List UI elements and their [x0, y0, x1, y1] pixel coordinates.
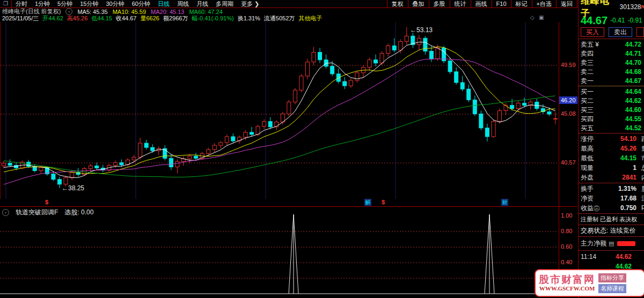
watermark-brand: 股市财富网 WWW.GSCFW.COM: [539, 274, 595, 292]
ind-axis-060: 0.60: [561, 243, 578, 250]
tab-monthly[interactable]: 月线: [193, 0, 212, 8]
unlock-marker-icon[interactable]: 解: [364, 199, 371, 206]
axis-label-4508: 45.08: [561, 110, 578, 117]
diamond-icon[interactable]: ◇: [530, 14, 535, 20]
ask-row-3[interactable]: 卖三44.70: [581, 58, 644, 67]
kline-chart[interactable]: ←53.13←38.25: [0, 22, 559, 199]
stat-eps: 收益㊂0.750P: [581, 204, 644, 212]
btn-f10[interactable]: F10: [492, 0, 511, 8]
order-buttons: 买入 卖出: [581, 27, 644, 37]
kline-svg: ←53.13←38.25: [1, 22, 559, 199]
eps-value: 0.750: [620, 204, 644, 212]
indicator-name[interactable]: 轨道突破回调F: [16, 208, 58, 217]
float-value: 流通5052万: [264, 14, 295, 23]
btn-fuquan[interactable]: 复权: [387, 0, 408, 8]
ask-row-4[interactable]: 卖四44.71: [581, 49, 644, 58]
partial-button[interactable]: [636, 27, 644, 37]
ohlc-info-line: 2025/11/05/三 开44.62 高45.26 低44.15 收44.67…: [0, 15, 560, 22]
event-marker-row: $ 解 $ 财: [0, 199, 559, 206]
btn-stats[interactable]: 统计: [450, 0, 471, 8]
clipped-col: 总: [641, 163, 644, 173]
doc-icon[interactable]: ▤: [609, 240, 614, 247]
ask3-price: 44.70: [625, 59, 644, 66]
buy-button[interactable]: 买入: [581, 27, 604, 37]
tab-60min[interactable]: 60分钟: [128, 0, 154, 8]
tab-more[interactable]: 更多 ❯: [237, 0, 263, 8]
ma20-value: MA20: 45.13: [151, 9, 184, 15]
btn-draw-line[interactable]: 画线: [471, 0, 492, 8]
cur-vol-label: 现量: [581, 163, 594, 173]
axis-label-4057: 40.57: [561, 159, 578, 166]
industry-label[interactable]: 其他电子: [298, 14, 322, 23]
margin-marker-icon[interactable]: $: [45, 199, 48, 205]
clipped-col: 市: [641, 154, 644, 163]
price-row: 44.67 -0.41 -0.91: [581, 14, 644, 26]
quote-panel: 维峰电子 301328 R 44.67 -0.41 -0.91 买入 卖出 卖五…: [578, 0, 644, 298]
high-label: 最高: [581, 144, 594, 153]
clipped-col: 流: [641, 194, 644, 203]
indicator-pane[interactable]: [0, 207, 559, 296]
tab-multi-period[interactable]: 多周期: [212, 0, 237, 8]
tab-1min[interactable]: 1分钟: [31, 0, 54, 8]
bid-row-4[interactable]: 买四44.55: [581, 115, 644, 123]
report-marker-icon[interactable]: 财: [501, 199, 508, 206]
bid-row-1[interactable]: 买一44.64: [581, 87, 644, 96]
tab-weekly[interactable]: 周线: [173, 0, 193, 8]
ask5-label: 卖五 ¥: [581, 40, 599, 49]
btn-multi-stock[interactable]: 多股: [429, 0, 450, 8]
layout-icon[interactable]: ▣: [539, 14, 544, 20]
bid4-price: 44.55: [625, 115, 644, 123]
ask4-price: 44.71: [625, 50, 644, 57]
badge-indicator-share: 指标分享: [598, 273, 626, 282]
chevron-circle-icon[interactable]: ⌄: [2, 209, 9, 216]
stat-turnover: 换手1.31%股: [581, 184, 644, 193]
date-value: 2025/11/05/三: [2, 14, 39, 23]
tool-menu: 复权 叠加 多股 统计 画线 F10 标记 +自选 返回: [387, 0, 577, 8]
btn-overlay[interactable]: 叠加: [408, 0, 429, 8]
low-value: 低44.15: [91, 14, 112, 23]
low-label: 最低: [581, 154, 594, 163]
clipped-col: 内: [641, 173, 644, 182]
tab-15min[interactable]: 15分钟: [76, 0, 102, 8]
btn-return[interactable]: 返回: [556, 0, 577, 8]
price-change: -0.41: [610, 17, 625, 24]
tab-fenshi[interactable]: 分时: [12, 0, 31, 8]
tab-5min[interactable]: 5分钟: [54, 0, 76, 8]
indicator-svg: [0, 207, 559, 296]
watermark-url: WWW.GSCFW.COM: [539, 285, 595, 292]
axis-label-4959: 49.59: [561, 62, 578, 68]
eps-label: 收益㊂: [581, 204, 600, 213]
ind-axis-100: 1.00: [561, 212, 578, 219]
ask-row-1[interactable]: 卖一44.67: [581, 77, 644, 85]
ma60-value: MA60: 47.24: [189, 9, 222, 15]
range-value: 幅-0.41(-0.91%): [192, 14, 233, 23]
bid-row-5[interactable]: 买五44.52: [581, 124, 644, 132]
high-value: 45.26: [620, 145, 644, 152]
badge-teacher-course: 名师课程: [598, 284, 626, 293]
limit-up-value: 54.10: [620, 135, 644, 143]
svg-text:←53.13: ←53.13: [410, 26, 433, 34]
window-icon[interactable]: ❐: [0, 0, 12, 8]
btn-mark[interactable]: 标记: [511, 0, 532, 8]
nav-label: 净资: [581, 194, 594, 203]
bid-row-2[interactable]: 买二44.62: [581, 96, 644, 105]
main-flow-bar: [617, 241, 635, 246]
bid-row-3[interactable]: 买三44.60: [581, 106, 644, 114]
ask5-price: 44.72: [625, 41, 644, 48]
main-flow-row[interactable]: 主力净额 ▤: [581, 239, 644, 248]
clipped-col: 量: [641, 144, 644, 153]
ma5-value: MA5: 45.35: [77, 9, 107, 15]
btn-add-watchlist[interactable]: +自选: [532, 0, 556, 8]
stock-header: 维峰电子 301328 R: [581, 1, 644, 13]
ask-row-5[interactable]: 卖五 ¥44.72: [581, 40, 644, 49]
main-flow-label: 主力净额: [581, 239, 606, 248]
ask-row-2[interactable]: 卖二44.68: [581, 68, 644, 76]
ma10-value: MA10: 45.59: [113, 9, 146, 15]
tab-30min[interactable]: 30分钟: [102, 0, 128, 8]
bid1-price: 44.64: [625, 88, 644, 95]
price-alert-badge: 46.20: [559, 96, 577, 104]
top-toolbar: ❐ 分时 1分钟 5分钟 15分钟 30分钟 60分钟 日线 周线 月线 多周期…: [0, 0, 577, 8]
tab-daily[interactable]: 日线: [154, 0, 173, 8]
margin-marker-icon[interactable]: $: [382, 199, 385, 205]
sell-button[interactable]: 卖出: [609, 27, 632, 37]
